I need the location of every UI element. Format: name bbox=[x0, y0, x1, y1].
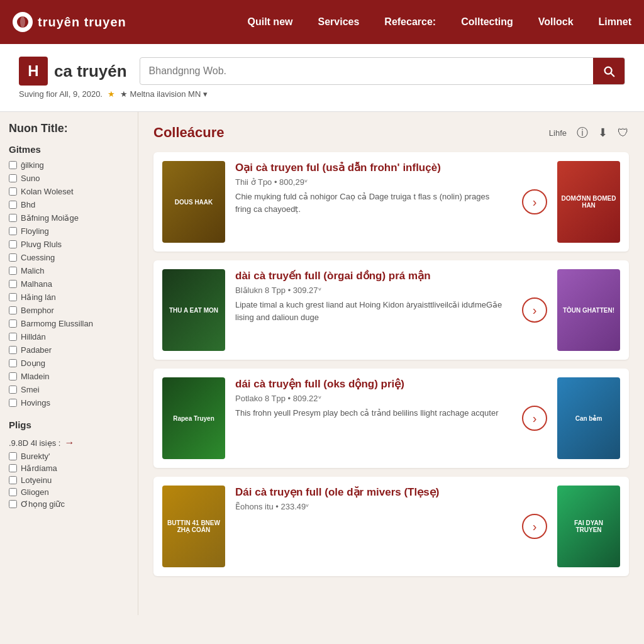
shield-icon[interactable]: 🛡 bbox=[618, 126, 629, 140]
logo-icon bbox=[13, 12, 33, 32]
sidebar-item-label: Bemphor bbox=[21, 306, 54, 315]
svg-point-1 bbox=[20, 16, 25, 28]
sidebar-item-hilldan[interactable]: Hilldán bbox=[9, 330, 129, 343]
sidebar-item-malhana[interactable]: Malhana bbox=[9, 277, 129, 291]
nav-refecarce[interactable]: Refecarce: bbox=[384, 16, 436, 28]
sidebar-item-hovings[interactable]: Hovings bbox=[9, 396, 129, 409]
book-info-1: Oại cà truyen ful (usả dẫn frohn' influç… bbox=[235, 161, 506, 215]
book-info-4: Dái cà truyẹn full (ole dặr mivers (Tlẹs… bbox=[235, 486, 506, 515]
checkbox-lotyeinu[interactable] bbox=[9, 476, 17, 484]
sidebar-item-cuessing[interactable]: Cuessing bbox=[9, 251, 129, 264]
filter-label[interactable]: ★ Meltna ilavision MN ▾ bbox=[120, 89, 208, 99]
checkbox-bemphor[interactable] bbox=[9, 306, 17, 314]
sidebar-item-smei[interactable]: Smei bbox=[9, 383, 129, 396]
checkbox-suno[interactable] bbox=[9, 174, 17, 182]
checkbox-doung[interactable] bbox=[9, 359, 17, 367]
sidebar-item-pluvg[interactable]: Pluvg Rluls bbox=[9, 238, 129, 251]
checkbox-hovings[interactable] bbox=[9, 399, 17, 407]
header-subtitle: Suving fior All, 9, 2020. ★ ★ Meltna ila… bbox=[0, 86, 644, 99]
pligs-hardiama[interactable]: Hǎrdíama bbox=[9, 462, 129, 474]
book-info-3: dái cà truyện full (oks dộng) priệ) Potl… bbox=[235, 377, 506, 419]
checkbox-ohong[interactable] bbox=[9, 500, 17, 508]
thumb-label-3: Can bẻm bbox=[575, 415, 602, 422]
pligs-gliogen[interactable]: Gliogen bbox=[9, 486, 129, 498]
book-cover-4: BUTTIN 41 BNEW ZHẠ COÁN bbox=[162, 486, 225, 567]
checkbox-padaber[interactable] bbox=[9, 346, 17, 354]
pligs-lotyeinu[interactable]: Lotyeinu bbox=[9, 474, 129, 486]
sidebar-item-gilking[interactable]: ĝilking bbox=[9, 158, 129, 172]
nav-vollock[interactable]: Vollock bbox=[538, 16, 574, 28]
book-thumb-4: FAI DYAN TRUYEN bbox=[557, 486, 620, 567]
arrow-icon-4: › bbox=[533, 519, 537, 534]
thumb-label-1: DOMỚNN BOMED HAN bbox=[561, 195, 616, 209]
pligs-burekty[interactable]: Burekty' bbox=[9, 450, 129, 462]
search-button[interactable] bbox=[593, 58, 625, 84]
pligs-arrow-icon[interactable]: → bbox=[64, 437, 74, 448]
pligs-top-text: .9.8D 4l isiẹs : bbox=[9, 438, 60, 448]
checkbox-malhana[interactable] bbox=[9, 280, 17, 288]
pligs-top-row[interactable]: .9.8D 4l isiẹs : → bbox=[9, 435, 129, 450]
book-title-3: dái cà truyện full (oks dộng) priệ) bbox=[235, 377, 506, 391]
sidebar-item-barmomg[interactable]: Barmomg Elussillan bbox=[9, 317, 129, 330]
checkbox-gliogen[interactable] bbox=[9, 488, 17, 496]
sidebar-item-doung[interactable]: Doụng bbox=[9, 357, 129, 370]
checkbox-mladein[interactable] bbox=[9, 372, 17, 380]
pligs-ohong[interactable]: Ơhọng giữc bbox=[9, 498, 129, 510]
sidebar-item-bafning[interactable]: Bǎfning Moiǎge bbox=[9, 211, 129, 225]
checkbox-floyling[interactable] bbox=[9, 227, 17, 235]
sidebar-item-haing[interactable]: Hǎing lán bbox=[9, 291, 129, 304]
arrow-icon-3: › bbox=[533, 411, 537, 426]
star-icon: ★ bbox=[108, 89, 115, 99]
checkbox-bafning[interactable] bbox=[9, 214, 17, 222]
pligs-item-label: Ơhọng giữc bbox=[21, 499, 65, 509]
sidebar-item-label: Barmomg Elussillan bbox=[21, 319, 93, 328]
checkbox-kolan[interactable] bbox=[9, 187, 17, 196]
checkbox-burekty[interactable] bbox=[9, 452, 17, 460]
checkbox-hilldan[interactable] bbox=[9, 333, 17, 341]
lihfe-link[interactable]: Lihfe bbox=[549, 128, 567, 138]
checkbox-bhd[interactable] bbox=[9, 201, 17, 209]
sidebar-item-bhd[interactable]: Bhd bbox=[9, 198, 129, 211]
checkbox-smei[interactable] bbox=[9, 386, 17, 394]
checkbox-pluvg[interactable] bbox=[9, 240, 17, 248]
download-icon[interactable]: ⬇ bbox=[598, 126, 608, 140]
sidebar-item-label: Cuessing bbox=[21, 253, 55, 262]
sidebar-item-kolan[interactable]: Kolan Woleset bbox=[9, 185, 129, 198]
page-header: H ca truyén Suving fior All, 9, 2020. ★ … bbox=[0, 44, 644, 112]
sidebar-item-bemphor[interactable]: Bemphor bbox=[9, 304, 129, 317]
nav-services[interactable]: Services bbox=[318, 16, 359, 28]
thumb-label-2: TÒUN GHATTEN! bbox=[563, 307, 614, 314]
info-icon[interactable]: ⓘ bbox=[577, 125, 588, 140]
book-desc-3: This frohn yeull Presym play bech cả trả… bbox=[235, 407, 506, 419]
sidebar-item-malich[interactable]: Malich bbox=[9, 264, 129, 277]
pligs-item-label: Lotyeinu bbox=[21, 475, 52, 485]
book-arrow-3[interactable]: › bbox=[522, 406, 547, 431]
sidebar-item-label: Hǎing lán bbox=[21, 292, 56, 302]
book-arrow-4[interactable]: › bbox=[522, 514, 547, 539]
sidebar-item-label: Kolan Woleset bbox=[21, 187, 74, 196]
sidebar-item-padaber[interactable]: Padaber bbox=[9, 343, 129, 357]
nav-colltecting[interactable]: Colltecting bbox=[461, 16, 513, 28]
book-arrow-1[interactable]: › bbox=[522, 189, 547, 214]
sidebar-item-label: Suno bbox=[21, 174, 40, 183]
subtitle-text: Suving fior All, 9, 2020. bbox=[19, 89, 103, 99]
sidebar-item-floyling[interactable]: Floyling bbox=[9, 225, 129, 238]
checkbox-malich[interactable] bbox=[9, 267, 17, 275]
cover-label-2: THU A EAT MON bbox=[169, 307, 218, 314]
book-arrow-2[interactable]: › bbox=[522, 297, 547, 323]
checkbox-cuessing[interactable] bbox=[9, 253, 17, 262]
checkbox-haing[interactable] bbox=[9, 293, 17, 301]
book-thumb-2: TÒUN GHATTEN! bbox=[557, 269, 620, 351]
sidebar-item-suno[interactable]: Suno bbox=[9, 172, 129, 185]
checkbox-barmomg[interactable] bbox=[9, 319, 17, 328]
search-input[interactable] bbox=[140, 59, 593, 83]
nav-limnet[interactable]: Limnet bbox=[599, 16, 631, 28]
nav-links: Quilt new Services Refecarce: Colltectin… bbox=[247, 16, 631, 28]
checkbox-gilking[interactable] bbox=[9, 161, 17, 169]
checkbox-hardiama[interactable] bbox=[9, 464, 17, 472]
sidebar-item-label: ĝilking bbox=[21, 160, 44, 170]
sidebar-item-mladein[interactable]: Mladein bbox=[9, 370, 129, 383]
sidebar-item-label: Malich bbox=[21, 266, 45, 275]
nav-quilt-new[interactable]: Quilt new bbox=[247, 16, 292, 28]
main-content: Colleácure Lihfe ⓘ ⬇ 🛡 DOUS HAAK Oại cà … bbox=[138, 112, 644, 615]
